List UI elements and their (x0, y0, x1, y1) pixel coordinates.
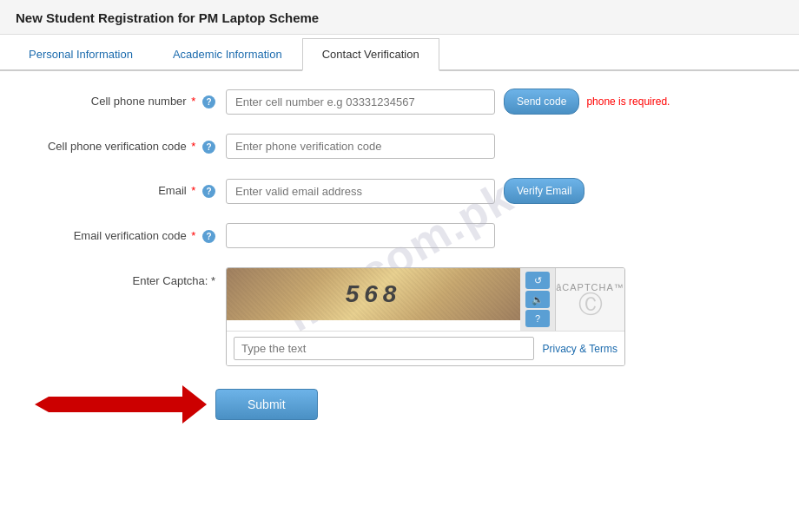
form-body: ilm.com.pk Cell phone number * ? Send co… (0, 71, 799, 441)
email-help-icon[interactable]: ? (202, 185, 215, 198)
captcha-controls: ↺ 🔈 ? (520, 268, 555, 331)
captcha-image-row: 568 ↺ 🔈 ? âCAPTCHA™ Ⓒ (227, 268, 624, 331)
email-verification-row: Email verification code * ? (26, 223, 773, 248)
captcha-refresh-button[interactable]: ↺ (525, 272, 550, 289)
captcha-brand: âCAPTCHA™ Ⓒ (555, 268, 624, 331)
captcha-privacy-link[interactable]: Privacy & Terms (543, 343, 617, 355)
email-verification-help-icon[interactable]: ? (202, 230, 215, 243)
tabs-bar: Personal Information Academic Informatio… (0, 38, 799, 71)
cell-phone-help-icon[interactable]: ? (202, 95, 215, 108)
tab-academic[interactable]: Academic Information (153, 38, 302, 71)
captcha-help-button[interactable]: ? (525, 310, 550, 327)
captcha-box: 568 ↺ 🔈 ? âCAPTCHA™ Ⓒ Privacy & Terms (226, 267, 625, 366)
cell-phone-input[interactable] (226, 89, 495, 115)
captcha-audio-button[interactable]: 🔈 (525, 291, 550, 308)
arrow-indicator (35, 385, 207, 424)
cell-phone-row: Cell phone number * ? Send code phone is… (26, 89, 773, 115)
email-verification-label: Email verification code * ? (26, 229, 226, 243)
verify-email-button[interactable]: Verify Email (504, 178, 584, 204)
tab-personal[interactable]: Personal Information (9, 38, 153, 71)
verification-help-icon[interactable]: ? (202, 141, 215, 154)
verification-code-input[interactable] (226, 134, 495, 159)
submit-area: Submit (35, 385, 773, 424)
phone-error-message: phone is required. (586, 95, 670, 108)
captcha-label: Enter Captcha: * (26, 267, 226, 287)
page-header: New Student Registration for PM Laptop S… (0, 0, 799, 35)
email-row: Email * ? Verify Email (26, 178, 773, 204)
email-input[interactable] (226, 179, 495, 204)
send-code-button[interactable]: Send code (504, 89, 579, 115)
cell-phone-label: Cell phone number * ? (26, 95, 226, 108)
tab-contact[interactable]: Contact Verification (302, 38, 439, 71)
submit-button[interactable]: Submit (215, 389, 318, 420)
email-label: Email * ? (26, 184, 226, 198)
verification-code-label: Cell phone verification code * ? (26, 140, 226, 154)
captcha-row: Enter Captcha: * 568 ↺ 🔈 ? âCAPTCHA™ Ⓒ (26, 267, 773, 366)
captcha-brand-c-icon: Ⓒ (578, 292, 603, 317)
captcha-image: 568 (227, 268, 520, 320)
captcha-input-row: Privacy & Terms (227, 331, 624, 365)
verification-code-row: Cell phone verification code * ? (26, 134, 773, 159)
captcha-type-input[interactable] (234, 337, 534, 360)
email-verification-input[interactable] (226, 223, 495, 248)
page-title: New Student Registration for PM Laptop S… (16, 10, 783, 25)
